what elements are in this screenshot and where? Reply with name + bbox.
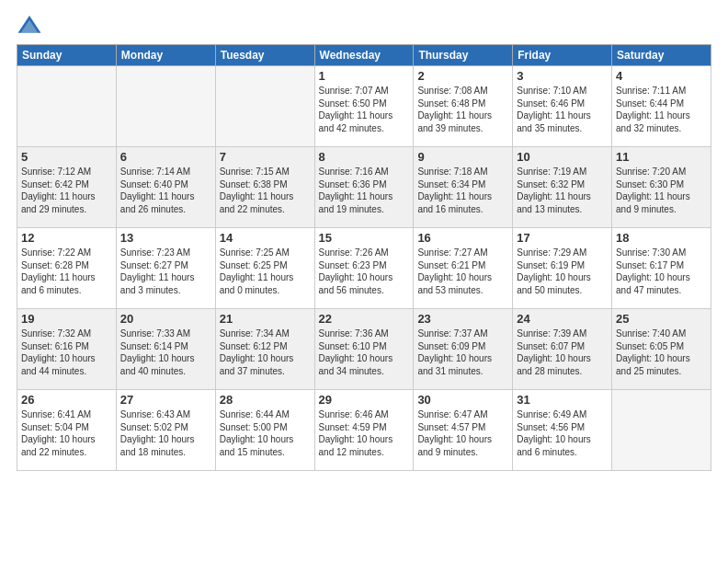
day-info: Sunrise: 6:49 AM Sunset: 4:56 PM Dayligh… [517, 408, 608, 458]
day-info: Sunrise: 6:46 AM Sunset: 4:59 PM Dayligh… [319, 408, 410, 458]
day-cell: 8Sunrise: 7:16 AM Sunset: 6:36 PM Daylig… [314, 147, 414, 228]
header [17, 9, 711, 39]
weekday-header-row: SundayMondayTuesdayWednesdayThursdayFrid… [17, 45, 711, 66]
day-info: Sunrise: 7:39 AM Sunset: 6:07 PM Dayligh… [517, 327, 608, 377]
day-cell: 19Sunrise: 7:32 AM Sunset: 6:16 PM Dayli… [17, 309, 117, 390]
day-number: 1 [319, 69, 410, 83]
day-info: Sunrise: 7:26 AM Sunset: 6:23 PM Dayligh… [319, 247, 410, 296]
logo [17, 13, 44, 39]
day-info: Sunrise: 7:11 AM Sunset: 6:44 PM Dayligh… [616, 85, 707, 134]
day-info: Sunrise: 6:41 AM Sunset: 5:04 PM Dayligh… [21, 408, 112, 458]
weekday-header-wednesday: Wednesday [314, 45, 414, 66]
day-cell [612, 390, 711, 471]
weekday-header-thursday: Thursday [414, 45, 513, 66]
day-number: 6 [120, 150, 211, 164]
day-number: 17 [517, 231, 608, 245]
day-number: 30 [417, 393, 508, 407]
day-info: Sunrise: 7:20 AM Sunset: 6:30 PM Dayligh… [616, 166, 707, 215]
calendar-table: SundayMondayTuesdayWednesdayThursdayFrid… [17, 44, 711, 471]
day-cell: 5Sunrise: 7:12 AM Sunset: 6:42 PM Daylig… [17, 147, 117, 228]
day-info: Sunrise: 7:08 AM Sunset: 6:48 PM Dayligh… [417, 85, 508, 134]
day-number: 9 [417, 150, 508, 164]
day-cell [116, 66, 215, 147]
day-cell: 14Sunrise: 7:25 AM Sunset: 6:25 PM Dayli… [215, 228, 314, 309]
day-info: Sunrise: 7:18 AM Sunset: 6:34 PM Dayligh… [417, 166, 508, 215]
day-cell: 9Sunrise: 7:18 AM Sunset: 6:34 PM Daylig… [414, 147, 513, 228]
day-number: 31 [517, 393, 608, 407]
day-info: Sunrise: 7:40 AM Sunset: 6:05 PM Dayligh… [616, 327, 707, 377]
day-info: Sunrise: 7:07 AM Sunset: 6:50 PM Dayligh… [319, 85, 410, 134]
day-cell: 29Sunrise: 6:46 AM Sunset: 4:59 PM Dayli… [314, 390, 414, 471]
day-number: 24 [517, 312, 608, 326]
day-info: Sunrise: 7:10 AM Sunset: 6:46 PM Dayligh… [517, 85, 608, 134]
day-cell: 25Sunrise: 7:40 AM Sunset: 6:05 PM Dayli… [612, 309, 711, 390]
day-info: Sunrise: 7:12 AM Sunset: 6:42 PM Dayligh… [21, 166, 112, 215]
week-row-4: 19Sunrise: 7:32 AM Sunset: 6:16 PM Dayli… [17, 309, 711, 390]
day-info: Sunrise: 6:43 AM Sunset: 5:02 PM Dayligh… [120, 408, 211, 458]
page: SundayMondayTuesdayWednesdayThursdayFrid… [0, 0, 728, 563]
day-number: 29 [319, 393, 410, 407]
day-cell: 11Sunrise: 7:20 AM Sunset: 6:30 PM Dayli… [612, 147, 711, 228]
day-number: 27 [120, 393, 211, 407]
day-cell: 3Sunrise: 7:10 AM Sunset: 6:46 PM Daylig… [513, 66, 612, 147]
day-cell: 10Sunrise: 7:19 AM Sunset: 6:32 PM Dayli… [513, 147, 612, 228]
day-info: Sunrise: 7:29 AM Sunset: 6:19 PM Dayligh… [517, 247, 608, 296]
day-info: Sunrise: 7:16 AM Sunset: 6:36 PM Dayligh… [319, 166, 410, 215]
week-row-1: 1Sunrise: 7:07 AM Sunset: 6:50 PM Daylig… [17, 66, 711, 147]
day-number: 4 [616, 69, 707, 83]
day-info: Sunrise: 7:30 AM Sunset: 6:17 PM Dayligh… [616, 247, 707, 296]
day-info: Sunrise: 7:14 AM Sunset: 6:40 PM Dayligh… [120, 166, 211, 215]
day-number: 7 [220, 150, 311, 164]
day-info: Sunrise: 7:23 AM Sunset: 6:27 PM Dayligh… [120, 247, 211, 296]
week-row-5: 26Sunrise: 6:41 AM Sunset: 5:04 PM Dayli… [17, 390, 711, 471]
day-cell: 4Sunrise: 7:11 AM Sunset: 6:44 PM Daylig… [612, 66, 711, 147]
weekday-header-sunday: Sunday [17, 45, 117, 66]
day-cell: 16Sunrise: 7:27 AM Sunset: 6:21 PM Dayli… [414, 228, 513, 309]
day-cell [215, 66, 314, 147]
day-number: 25 [616, 312, 707, 326]
day-info: Sunrise: 7:33 AM Sunset: 6:14 PM Dayligh… [120, 327, 211, 377]
day-cell: 30Sunrise: 6:47 AM Sunset: 4:57 PM Dayli… [414, 390, 513, 471]
day-info: Sunrise: 7:22 AM Sunset: 6:28 PM Dayligh… [21, 247, 112, 296]
day-cell: 15Sunrise: 7:26 AM Sunset: 6:23 PM Dayli… [314, 228, 414, 309]
weekday-header-saturday: Saturday [612, 45, 711, 66]
day-cell: 6Sunrise: 7:14 AM Sunset: 6:40 PM Daylig… [116, 147, 215, 228]
day-number: 18 [616, 231, 707, 245]
day-info: Sunrise: 7:15 AM Sunset: 6:38 PM Dayligh… [220, 166, 311, 215]
day-cell: 12Sunrise: 7:22 AM Sunset: 6:28 PM Dayli… [17, 228, 117, 309]
day-cell: 27Sunrise: 6:43 AM Sunset: 5:02 PM Dayli… [116, 390, 215, 471]
day-info: Sunrise: 7:32 AM Sunset: 6:16 PM Dayligh… [21, 327, 112, 377]
day-info: Sunrise: 7:19 AM Sunset: 6:32 PM Dayligh… [517, 166, 608, 215]
day-cell: 18Sunrise: 7:30 AM Sunset: 6:17 PM Dayli… [612, 228, 711, 309]
day-info: Sunrise: 6:47 AM Sunset: 4:57 PM Dayligh… [417, 408, 508, 458]
day-cell: 23Sunrise: 7:37 AM Sunset: 6:09 PM Dayli… [414, 309, 513, 390]
day-info: Sunrise: 7:36 AM Sunset: 6:10 PM Dayligh… [319, 327, 410, 377]
day-number: 2 [417, 69, 508, 83]
day-cell: 17Sunrise: 7:29 AM Sunset: 6:19 PM Dayli… [513, 228, 612, 309]
day-cell: 28Sunrise: 6:44 AM Sunset: 5:00 PM Dayli… [215, 390, 314, 471]
day-number: 12 [21, 231, 112, 245]
weekday-header-tuesday: Tuesday [215, 45, 314, 66]
day-number: 15 [319, 231, 410, 245]
day-number: 14 [220, 231, 311, 245]
day-cell: 13Sunrise: 7:23 AM Sunset: 6:27 PM Dayli… [116, 228, 215, 309]
day-number: 5 [21, 150, 112, 164]
day-number: 10 [517, 150, 608, 164]
day-cell: 22Sunrise: 7:36 AM Sunset: 6:10 PM Dayli… [314, 309, 414, 390]
day-info: Sunrise: 7:34 AM Sunset: 6:12 PM Dayligh… [220, 327, 311, 377]
day-info: Sunrise: 7:27 AM Sunset: 6:21 PM Dayligh… [417, 247, 508, 296]
day-number: 21 [220, 312, 311, 326]
day-info: Sunrise: 7:37 AM Sunset: 6:09 PM Dayligh… [417, 327, 508, 377]
day-number: 22 [319, 312, 410, 326]
day-number: 20 [120, 312, 211, 326]
logo-icon [17, 13, 42, 39]
day-number: 16 [417, 231, 508, 245]
week-row-3: 12Sunrise: 7:22 AM Sunset: 6:28 PM Dayli… [17, 228, 711, 309]
day-info: Sunrise: 7:25 AM Sunset: 6:25 PM Dayligh… [220, 247, 311, 296]
day-cell [17, 66, 117, 147]
day-number: 28 [220, 393, 311, 407]
day-cell: 21Sunrise: 7:34 AM Sunset: 6:12 PM Dayli… [215, 309, 314, 390]
weekday-header-monday: Monday [116, 45, 215, 66]
day-cell: 7Sunrise: 7:15 AM Sunset: 6:38 PM Daylig… [215, 147, 314, 228]
day-cell: 26Sunrise: 6:41 AM Sunset: 5:04 PM Dayli… [17, 390, 117, 471]
